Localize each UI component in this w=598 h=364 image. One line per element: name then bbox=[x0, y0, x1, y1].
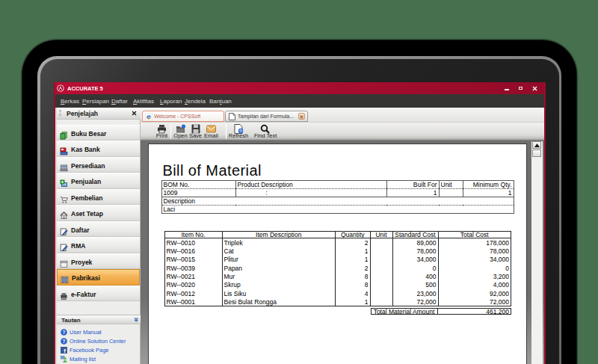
svg-text:?: ? bbox=[63, 339, 66, 344]
svg-text:?: ? bbox=[63, 330, 66, 335]
svg-text:f: f bbox=[64, 348, 66, 354]
